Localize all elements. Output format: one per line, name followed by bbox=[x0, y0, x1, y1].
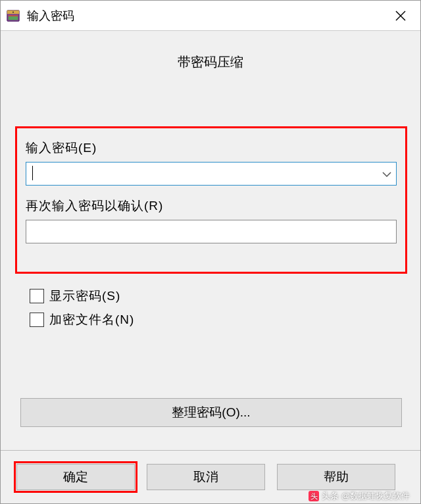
help-button[interactable]: 帮助 bbox=[277, 464, 395, 490]
confirm-password-label: 再次输入密码以确认(R) bbox=[26, 197, 397, 214]
winrar-icon bbox=[6, 9, 20, 23]
close-icon bbox=[395, 10, 407, 22]
checkbox-group: 显示密码(S) 加密文件名(N) bbox=[30, 288, 134, 335]
dialog-content: 带密码压缩 输入密码(E) 再次输入密码以确认(R) 显示密码(S) 加密文件名… bbox=[1, 31, 420, 503]
encrypt-names-label: 加密文件名(N) bbox=[49, 311, 134, 328]
ok-button[interactable]: 确定 bbox=[16, 464, 135, 490]
organize-passwords-button[interactable]: 整理密码(O)... bbox=[20, 398, 402, 427]
confirm-password-input[interactable] bbox=[26, 220, 397, 243]
svg-point-4 bbox=[12, 11, 14, 13]
window-title: 输入密码 bbox=[27, 8, 386, 24]
password-combo-wrap bbox=[26, 162, 397, 186]
dialog-button-bar: 确定 取消 帮助 bbox=[1, 450, 420, 503]
text-cursor bbox=[32, 166, 33, 180]
close-button[interactable] bbox=[386, 1, 415, 30]
password-input[interactable] bbox=[26, 162, 397, 186]
encrypt-names-row: 加密文件名(N) bbox=[30, 311, 134, 328]
titlebar: 输入密码 bbox=[1, 1, 420, 31]
dialog-window: 输入密码 带密码压缩 输入密码(E) 再次输入密码以确认(R) bbox=[0, 0, 421, 504]
password-fields: 输入密码(E) 再次输入密码以确认(R) bbox=[26, 139, 397, 243]
dialog-header: 带密码压缩 bbox=[1, 31, 420, 78]
cancel-button[interactable]: 取消 bbox=[147, 464, 265, 490]
svg-rect-3 bbox=[9, 15, 18, 16]
show-password-row: 显示密码(S) bbox=[30, 288, 134, 305]
show-password-checkbox[interactable] bbox=[30, 289, 44, 303]
password-label: 输入密码(E) bbox=[26, 139, 397, 157]
show-password-label: 显示密码(S) bbox=[49, 288, 120, 305]
encrypt-names-checkbox[interactable] bbox=[30, 313, 44, 327]
